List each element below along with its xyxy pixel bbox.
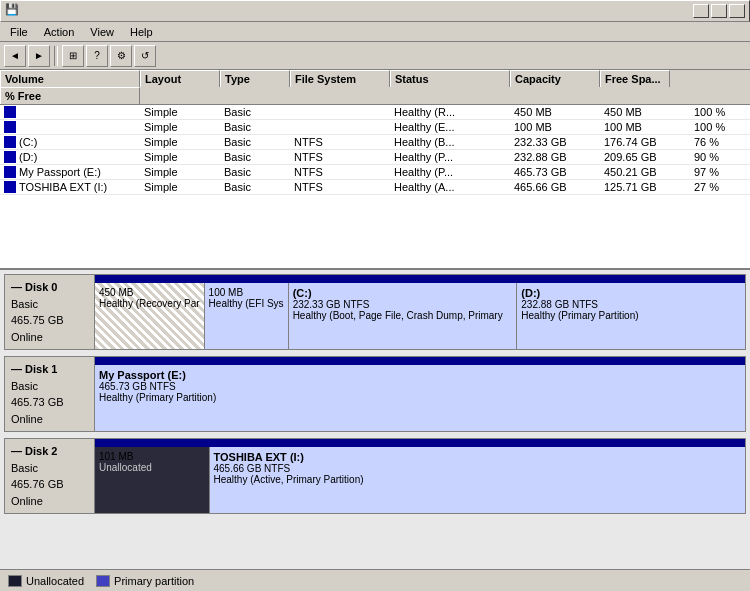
- disk-info: — Disk 2 Basic 465.76 GB Online: [5, 439, 95, 513]
- cell-type: Basic: [220, 105, 290, 119]
- cell-fs: NTFS: [290, 150, 390, 164]
- partition[interactable]: 100 MBHealthy (EFI Sys: [205, 283, 289, 349]
- partition[interactable]: (C:)232.33 GB NTFSHealthy (Boot, Page Fi…: [289, 283, 518, 349]
- cell-layout: Simple: [140, 120, 220, 134]
- cell-type: Basic: [220, 150, 290, 164]
- refresh-button[interactable]: ↺: [134, 45, 156, 67]
- cell-fs: NTFS: [290, 180, 390, 194]
- table-row[interactable]: (D:)SimpleBasicNTFSHealthy (P...232.88 G…: [0, 150, 750, 165]
- status-bar: Unallocated Primary partition: [0, 569, 750, 591]
- list-rows: SimpleBasicHealthy (R...450 MB450 MB100 …: [0, 105, 750, 195]
- cell-layout: Simple: [140, 165, 220, 179]
- cell-volume: (D:): [0, 150, 140, 164]
- header-freespace[interactable]: Free Spa...: [600, 70, 670, 87]
- partition[interactable]: TOSHIBA EXT (I:)465.66 GB NTFSHealthy (A…: [210, 447, 746, 513]
- disk-color-indicator: [4, 136, 16, 148]
- partition-status: Healthy (Boot, Page File, Crash Dump, Pr…: [293, 310, 513, 321]
- minimize-button[interactable]: [693, 4, 709, 18]
- back-button[interactable]: ◄: [4, 45, 26, 67]
- cell-status: Healthy (P...: [390, 165, 510, 179]
- header-pctfree[interactable]: % Free: [0, 87, 140, 104]
- table-row[interactable]: My Passport (E:)SimpleBasicNTFSHealthy (…: [0, 165, 750, 180]
- partition-label: (D:): [521, 287, 741, 299]
- cell-free: 100 MB: [600, 120, 690, 134]
- menu-help[interactable]: Help: [122, 24, 161, 40]
- disk-name: — Disk 0: [11, 279, 88, 296]
- cell-free: 125.71 GB: [600, 180, 690, 194]
- cell-free: 209.65 GB: [600, 150, 690, 164]
- disk-partitions: My Passport (E:)465.73 GB NTFSHealthy (P…: [95, 357, 745, 431]
- cell-volume: [0, 105, 140, 119]
- partition[interactable]: 101 MBUnallocated: [95, 447, 210, 513]
- disk-status: Online: [11, 411, 88, 428]
- maximize-button[interactable]: [711, 4, 727, 18]
- disk-color-indicator: [4, 121, 16, 133]
- cell-status: Healthy (R...: [390, 105, 510, 119]
- partition-label: (C:): [293, 287, 513, 299]
- header-filesystem[interactable]: File System: [290, 70, 390, 87]
- partition-size: 232.33 GB NTFS: [293, 299, 513, 310]
- cell-volume: (C:): [0, 135, 140, 149]
- disk-pane: — Disk 0 Basic 465.75 GB Online450 MBHea…: [0, 270, 750, 569]
- cell-layout: Simple: [140, 180, 220, 194]
- settings-button[interactable]: ⚙: [110, 45, 132, 67]
- cell-fs: NTFS: [290, 135, 390, 149]
- cell-layout: Simple: [140, 105, 220, 119]
- table-row[interactable]: SimpleBasicHealthy (E...100 MB100 MB100 …: [0, 120, 750, 135]
- grid-button[interactable]: ⊞: [62, 45, 84, 67]
- header-capacity[interactable]: Capacity: [510, 70, 600, 87]
- header-status[interactable]: Status: [390, 70, 510, 87]
- disk-top-bar: [95, 357, 745, 365]
- partition-status: Healthy (Primary Partition): [521, 310, 741, 321]
- partition[interactable]: (D:)232.88 GB NTFSHealthy (Primary Parti…: [517, 283, 745, 349]
- cell-volume: My Passport (E:): [0, 165, 140, 179]
- cell-capacity: 232.33 GB: [510, 135, 600, 149]
- forward-button[interactable]: ►: [28, 45, 50, 67]
- cell-pctfree: 27 %: [690, 180, 750, 194]
- legend-primary: Primary partition: [96, 575, 194, 587]
- cell-pctfree: 97 %: [690, 165, 750, 179]
- partition-status: Healthy (Primary Partition): [99, 392, 741, 403]
- partition[interactable]: My Passport (E:)465.73 GB NTFSHealthy (P…: [95, 365, 745, 431]
- cell-status: Healthy (E...: [390, 120, 510, 134]
- partition-label: TOSHIBA EXT (I:): [214, 451, 742, 463]
- main-content: Volume Layout Type File System Status Ca…: [0, 70, 750, 569]
- partition-status: Healthy (Recovery Par: [99, 298, 200, 309]
- disk-parts-row: 450 MBHealthy (Recovery Par100 MBHealthy…: [95, 283, 745, 349]
- table-row[interactable]: (C:)SimpleBasicNTFSHealthy (B...232.33 G…: [0, 135, 750, 150]
- cell-fs: NTFS: [290, 165, 390, 179]
- title-bar: 💾: [0, 0, 750, 22]
- disk-size: 465.73 GB: [11, 394, 88, 411]
- header-type[interactable]: Type: [220, 70, 290, 87]
- cell-type: Basic: [220, 180, 290, 194]
- partition-size: 450 MB: [99, 287, 200, 298]
- disk-status: Online: [11, 493, 88, 510]
- disk-entry: — Disk 2 Basic 465.76 GB Online101 MBUna…: [4, 438, 746, 514]
- table-row[interactable]: SimpleBasicHealthy (R...450 MB450 MB100 …: [0, 105, 750, 120]
- cell-type: Basic: [220, 135, 290, 149]
- disk-status: Online: [11, 329, 88, 346]
- partition[interactable]: 450 MBHealthy (Recovery Par: [95, 283, 205, 349]
- header-layout[interactable]: Layout: [140, 70, 220, 87]
- cell-volume: TOSHIBA EXT (I:): [0, 180, 140, 194]
- disk-color-indicator: [4, 181, 16, 193]
- cell-fs: [290, 120, 390, 134]
- menu-view[interactable]: View: [82, 24, 122, 40]
- legend-label-unallocated: Unallocated: [26, 575, 84, 587]
- cell-capacity: 450 MB: [510, 105, 600, 119]
- menu-file[interactable]: File: [2, 24, 36, 40]
- cell-status: Healthy (B...: [390, 135, 510, 149]
- disk-entry: — Disk 1 Basic 465.73 GB OnlineMy Passpo…: [4, 356, 746, 432]
- cell-free: 176.74 GB: [600, 135, 690, 149]
- legend-label-primary: Primary partition: [114, 575, 194, 587]
- close-button[interactable]: [729, 4, 745, 18]
- header-volume[interactable]: Volume: [0, 70, 140, 87]
- disk-color-indicator: [4, 106, 16, 118]
- menu-action[interactable]: Action: [36, 24, 83, 40]
- partition-size: 100 MB: [209, 287, 284, 298]
- cell-type: Basic: [220, 120, 290, 134]
- table-row[interactable]: TOSHIBA EXT (I:)SimpleBasicNTFSHealthy (…: [0, 180, 750, 195]
- disk-entries: — Disk 0 Basic 465.75 GB Online450 MBHea…: [4, 274, 746, 514]
- help-button[interactable]: ?: [86, 45, 108, 67]
- legend-color-unallocated: [8, 575, 22, 587]
